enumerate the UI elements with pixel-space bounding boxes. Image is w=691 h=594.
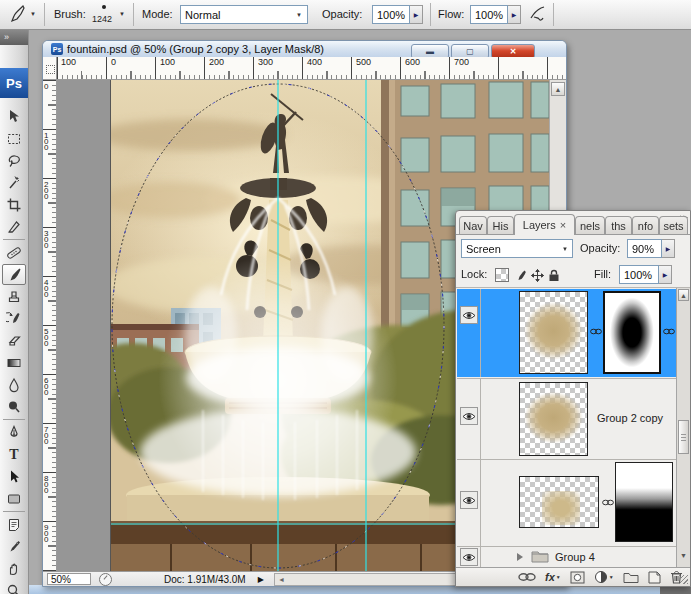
magic-wand-tool-icon[interactable] xyxy=(2,172,26,193)
brush-dropdown-arrow[interactable]: ▼ xyxy=(119,11,125,17)
tab-histogram[interactable]: His xyxy=(487,216,514,235)
status-menu-arrow[interactable]: ▶ xyxy=(258,575,264,584)
eraser-tool-icon[interactable] xyxy=(2,330,26,351)
tool-preset-brush-icon[interactable] xyxy=(7,4,27,28)
add-layer-mask-icon[interactable] xyxy=(570,571,585,584)
scroll-up-arrow[interactable]: ▲ xyxy=(551,82,565,96)
layer-thumbnail[interactable] xyxy=(519,382,588,456)
lock-transparency-icon[interactable] xyxy=(495,268,509,282)
flow-slider-arrow[interactable]: ▶ xyxy=(508,5,521,24)
expand-triangle-icon[interactable] xyxy=(517,553,523,561)
shape-tool-icon[interactable] xyxy=(2,488,26,509)
layer-row[interactable]: Group 2 copy xyxy=(457,379,677,459)
airbrush-icon[interactable] xyxy=(528,4,548,28)
panel-scrollbar[interactable]: ▲ ▼ xyxy=(676,288,690,569)
pen-tool-icon[interactable] xyxy=(2,422,26,443)
horizontal-ruler[interactable]: 100 0 100 200 300 400 500 600 700 xyxy=(57,57,566,80)
tab-close-icon[interactable]: × xyxy=(560,219,566,231)
dodge-tool-icon[interactable] xyxy=(2,396,26,417)
ruler-label: 0 xyxy=(44,84,51,90)
lock-position-icon[interactable] xyxy=(530,268,544,282)
separator xyxy=(553,3,554,26)
divider xyxy=(480,547,481,568)
layers-list: Group 2 copy xyxy=(457,288,677,569)
history-brush-tool-icon[interactable] xyxy=(2,308,26,329)
panel-resize-grip[interactable] xyxy=(679,575,688,584)
blend-mode-select[interactable]: Screen ▼ xyxy=(461,239,573,258)
zoom-field[interactable]: 50% xyxy=(47,573,91,585)
layer-opacity-input[interactable]: 90% xyxy=(627,239,662,258)
move-tool-icon[interactable] xyxy=(2,106,26,127)
tab-layers[interactable]: Layers × xyxy=(514,214,575,235)
layer-thumbnail[interactable] xyxy=(519,476,599,528)
tab-navigator[interactable]: Nav xyxy=(459,216,487,235)
brush-tool-icon[interactable] xyxy=(2,264,26,285)
group-name[interactable]: Group 4 xyxy=(555,551,595,563)
brush-tip-preview[interactable] xyxy=(102,5,106,9)
new-layer-icon[interactable] xyxy=(648,571,661,584)
tab-channels[interactable]: nels xyxy=(575,216,605,235)
logo-text: Ps xyxy=(6,76,22,91)
zoom-tool-icon[interactable] xyxy=(2,580,26,594)
fill-arrow[interactable]: ▶ xyxy=(659,265,672,284)
path-selection-tool-icon[interactable] xyxy=(2,466,26,487)
visibility-toggle[interactable] xyxy=(460,548,478,566)
visibility-toggle[interactable] xyxy=(460,407,478,425)
tab-presets[interactable]: sets xyxy=(659,216,688,235)
type-tool-icon[interactable]: T xyxy=(2,444,26,465)
panel-scroll-up[interactable]: ▲ xyxy=(678,289,689,301)
opacity-slider-arrow[interactable]: ▶ xyxy=(410,5,423,24)
vertical-ruler[interactable]: 0 100 200 300 400 500 600 700 800 900 xyxy=(43,80,57,571)
separator xyxy=(3,239,25,240)
layer-mask-thumbnail[interactable] xyxy=(615,462,673,542)
lasso-tool-icon[interactable] xyxy=(2,150,26,171)
ruler-label: 500 xyxy=(356,57,371,67)
tab-paths[interactable]: ths xyxy=(605,216,632,235)
tab-label: His xyxy=(493,220,509,232)
palette-collapse-button[interactable]: » xyxy=(0,30,28,45)
tab-label: nels xyxy=(580,220,600,232)
tool-preset-dropdown-arrow[interactable]: ▼ xyxy=(30,11,36,17)
lock-all-icon[interactable] xyxy=(547,268,561,282)
marquee-tool-icon[interactable] xyxy=(2,128,26,149)
scroll-left-arrow[interactable]: ◄ xyxy=(278,576,285,583)
clone-stamp-tool-icon[interactable] xyxy=(2,286,26,307)
link-layers-icon[interactable] xyxy=(518,572,536,582)
layer-group-row[interactable]: Group 4 xyxy=(457,547,677,568)
crop-tool-icon[interactable] xyxy=(2,194,26,215)
ruler-label: 900 xyxy=(44,525,51,543)
slice-tool-icon[interactable] xyxy=(2,216,26,237)
layer-style-icon[interactable]: fx▼ xyxy=(545,571,561,583)
new-group-icon[interactable] xyxy=(623,571,639,583)
tab-info[interactable]: nfo xyxy=(632,216,659,235)
healing-brush-tool-icon[interactable] xyxy=(2,242,26,263)
visibility-toggle[interactable] xyxy=(460,491,478,509)
gradient-tool-icon[interactable] xyxy=(2,352,26,373)
link-icon xyxy=(602,498,614,507)
layer-thumbnail[interactable] xyxy=(519,291,588,374)
ruler-label: 600 xyxy=(405,57,420,67)
layer-mask-thumbnail[interactable] xyxy=(603,291,661,374)
layer-row[interactable] xyxy=(457,460,677,546)
layer-name[interactable]: Group 2 copy xyxy=(597,412,663,424)
flow-input[interactable]: 100% xyxy=(470,5,508,24)
mode-select[interactable]: Normal ▼ xyxy=(180,5,308,24)
thumbnail-content xyxy=(542,491,580,525)
eyedropper-tool-icon[interactable] xyxy=(2,536,26,557)
flow-label: Flow: xyxy=(438,8,464,20)
layer-row-selected[interactable] xyxy=(457,289,677,377)
lock-pixels-icon[interactable] xyxy=(513,268,527,282)
opacity-input[interactable]: 100% xyxy=(372,5,410,24)
photoshop-logo: Ps xyxy=(0,68,28,98)
adjustment-layer-icon[interactable]: ▼ xyxy=(594,570,614,584)
panel-scroll-down[interactable]: ▼ xyxy=(678,549,689,561)
zoom-value: 50% xyxy=(51,574,71,585)
fill-input[interactable]: 100% xyxy=(619,265,659,284)
layer-opacity-arrow[interactable]: ▶ xyxy=(662,239,675,258)
notes-tool-icon[interactable] xyxy=(2,514,26,535)
visibility-toggle[interactable] xyxy=(460,306,478,324)
blur-tool-icon[interactable] xyxy=(2,374,26,395)
hand-tool-icon[interactable] xyxy=(2,558,26,579)
panel-scroll-thumb[interactable] xyxy=(678,420,689,454)
ruler-origin-box[interactable] xyxy=(43,57,57,80)
